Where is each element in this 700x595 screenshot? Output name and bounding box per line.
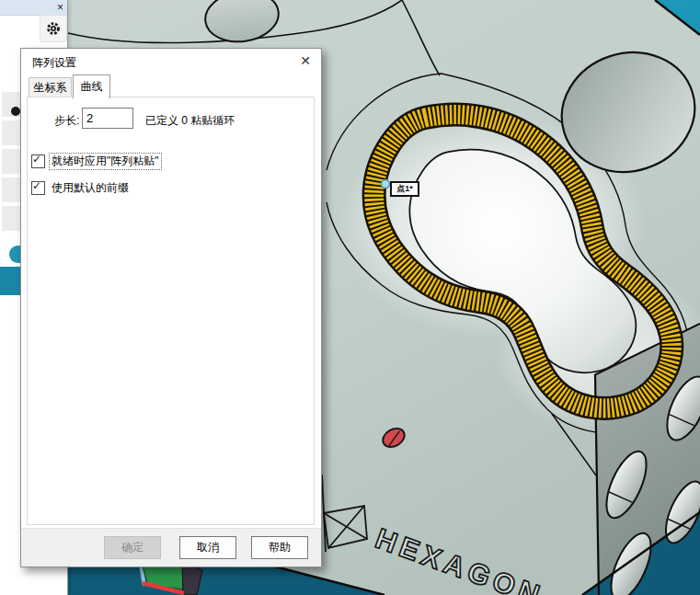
tab-coordinate-system[interactable]: 坐标系: [29, 77, 72, 97]
checkbox-use-default-prefix[interactable]: ✓ 使用默认的前缀: [31, 180, 131, 196]
ok-button[interactable]: 确定: [104, 536, 161, 559]
array-settings-dialog: 阵列设置 ✕ 坐标系 曲线 步长: 已定义 0 粘贴循环 ✓ 就绪时应用"阵列粘…: [20, 48, 322, 567]
close-icon[interactable]: ×: [57, 0, 63, 15]
defined-loops-text: 已定义 0 粘贴循环: [145, 113, 235, 129]
panel-titlebar: ×: [0, 0, 67, 16]
help-button[interactable]: 帮助: [251, 536, 308, 559]
checkbox[interactable]: ✓: [31, 181, 45, 195]
point-id-label[interactable]: 点1*: [390, 181, 419, 197]
checkbox-label: 使用默认的前缀: [50, 180, 131, 196]
step-label: 步长:: [54, 113, 79, 129]
check-icon: ✓: [32, 153, 41, 166]
tab-curve[interactable]: 曲线: [73, 74, 110, 98]
close-icon[interactable]: ✕: [300, 53, 311, 68]
checkbox-label: 就绪时应用"阵列粘贴": [50, 154, 161, 169]
gear-icon: [44, 19, 63, 38]
scan-start-point[interactable]: [382, 180, 390, 189]
step-input[interactable]: [82, 108, 133, 129]
record-dot: [11, 107, 20, 116]
check-icon: ✓: [32, 179, 41, 192]
dialog-title: 阵列设置: [32, 55, 76, 71]
cancel-button[interactable]: 取消: [179, 536, 236, 559]
checkbox[interactable]: ✓: [31, 154, 45, 168]
checkbox-apply-array-paste[interactable]: ✓ 就绪时应用"阵列粘贴": [31, 154, 161, 169]
dialog-footer: 确定 取消 帮助: [21, 528, 321, 566]
settings-button[interactable]: [40, 15, 67, 42]
app-window: HEXAGON 点1* ×: [0, 0, 700, 595]
